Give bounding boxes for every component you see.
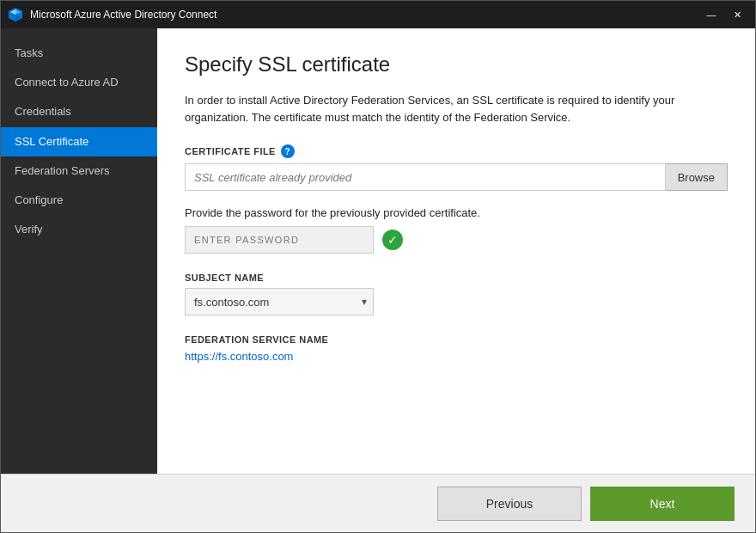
certificate-file-section: CERTIFICATE FILE ? Browse (185, 144, 728, 191)
page-title: Specify SSL certificate (185, 52, 728, 77)
title-bar-controls: — ✕ (700, 6, 748, 23)
minimize-button[interactable]: — (700, 6, 722, 23)
subject-name-section: SUBJECT NAME fs.contoso.com (185, 273, 728, 316)
certificate-file-label: CERTIFICATE FILE ? (185, 144, 728, 158)
password-hint: Provide the password for the previously … (185, 206, 728, 219)
password-row: ✓ (185, 226, 728, 254)
sidebar-item-federation-servers[interactable]: Federation Servers (1, 156, 157, 186)
footer: Previous Next (1, 474, 755, 532)
next-button[interactable]: Next (590, 487, 735, 521)
title-bar: Microsoft Azure Active Directory Connect… (1, 1, 755, 28)
sidebar-item-credentials[interactable]: Credentials (1, 97, 157, 126)
sidebar-item-connect-azure[interactable]: Connect to Azure AD (1, 68, 157, 97)
app-window: Microsoft Azure Active Directory Connect… (0, 0, 756, 533)
app-icon (8, 7, 23, 22)
check-icon: ✓ (382, 230, 403, 250)
sidebar-item-configure[interactable]: Configure (1, 186, 157, 215)
subject-name-wrapper: fs.contoso.com (185, 288, 374, 316)
federation-service-section: FEDERATION SERVICE NAME https://fs.conto… (185, 334, 728, 363)
help-icon[interactable]: ? (281, 144, 295, 158)
password-section: Provide the password for the previously … (185, 206, 728, 254)
sidebar-item-tasks[interactable]: Tasks (1, 39, 157, 68)
federation-service-label: FEDERATION SERVICE NAME (185, 334, 728, 345)
main-content: Specify SSL certificate In order to inst… (157, 28, 755, 474)
content-area: Tasks Connect to Azure AD Credentials SS… (1, 28, 755, 474)
browse-button[interactable]: Browse (666, 163, 728, 191)
subject-name-label: SUBJECT NAME (185, 273, 728, 283)
previous-button[interactable]: Previous (437, 487, 582, 521)
sidebar-item-ssl-certificate[interactable]: SSL Certificate (1, 127, 157, 156)
title-bar-text: Microsoft Azure Active Directory Connect (30, 9, 700, 21)
subject-name-select[interactable]: fs.contoso.com (185, 288, 374, 316)
password-input[interactable] (185, 226, 374, 254)
certificate-file-row: Browse (185, 163, 728, 191)
description-text: In order to install Active Directory Fed… (185, 92, 700, 126)
close-button[interactable]: ✕ (726, 6, 748, 23)
certificate-file-input[interactable] (185, 163, 666, 191)
federation-service-url[interactable]: https://fs.contoso.com (185, 350, 293, 363)
sidebar-item-verify[interactable]: Verify (1, 215, 157, 244)
sidebar: Tasks Connect to Azure AD Credentials SS… (1, 28, 157, 474)
